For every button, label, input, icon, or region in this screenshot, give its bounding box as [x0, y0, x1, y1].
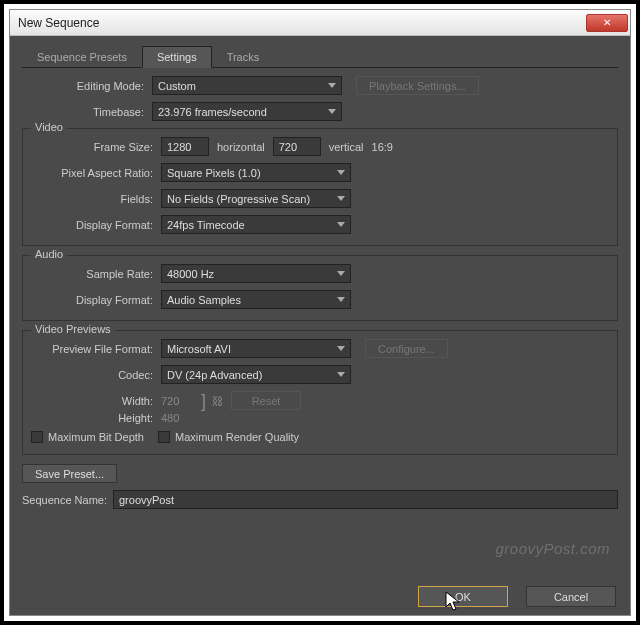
- chevron-down-icon: [337, 170, 345, 175]
- tab-settings[interactable]: Settings: [142, 46, 212, 68]
- sequence-name-label: Sequence Name:: [22, 494, 107, 506]
- save-preset-button[interactable]: Save Preset...: [22, 464, 117, 483]
- timebase-select[interactable]: 23.976 frames/second: [152, 102, 342, 121]
- tab-sequence-presets[interactable]: Sequence Presets: [22, 46, 142, 67]
- preview-width-label: Width:: [31, 395, 161, 407]
- frame-width-input[interactable]: 1280: [161, 137, 209, 156]
- vertical-label: vertical: [329, 141, 364, 153]
- timebase-value: 23.976 frames/second: [158, 106, 267, 118]
- watermark: groovyPost.com: [495, 540, 610, 557]
- tab-bar: Sequence Presets Settings Tracks: [22, 46, 618, 68]
- editing-mode-label: Editing Mode:: [22, 80, 152, 92]
- chevron-down-icon: [337, 271, 345, 276]
- video-display-format-select[interactable]: 24fps Timecode: [161, 215, 351, 234]
- aspect-label: 16:9: [372, 141, 393, 153]
- video-previews-group: Video Previews Preview File Format: Micr…: [22, 330, 618, 455]
- audio-group: Audio Sample Rate: 48000 Hz Display Form…: [22, 255, 618, 321]
- video-group-title: Video: [31, 121, 67, 133]
- max-bit-depth-checkbox[interactable]: [31, 431, 43, 443]
- max-render-quality-checkbox[interactable]: [158, 431, 170, 443]
- pixel-aspect-select[interactable]: Square Pixels (1.0): [161, 163, 351, 182]
- fields-label: Fields:: [31, 193, 161, 205]
- titlebar: New Sequence ✕: [10, 10, 630, 36]
- horizontal-label: horizontal: [217, 141, 265, 153]
- video-previews-title: Video Previews: [31, 323, 115, 335]
- codec-label: Codec:: [31, 369, 161, 381]
- reset-button[interactable]: Reset: [231, 391, 301, 410]
- pixel-aspect-label: Pixel Aspect Ratio:: [31, 167, 161, 179]
- fields-select[interactable]: No Fields (Progressive Scan): [161, 189, 351, 208]
- ok-button[interactable]: OK: [418, 586, 508, 607]
- sample-rate-label: Sample Rate:: [31, 268, 161, 280]
- sequence-name-input[interactable]: groovyPost: [113, 490, 618, 509]
- configure-button[interactable]: Configure...: [365, 339, 448, 358]
- frame-size-label: Frame Size:: [31, 141, 161, 153]
- bracket-icon: ]: [201, 395, 206, 407]
- codec-select[interactable]: DV (24p Advanced): [161, 365, 351, 384]
- cancel-button[interactable]: Cancel: [526, 586, 616, 607]
- preview-height-value: 480: [161, 412, 195, 424]
- preview-height-label: Height:: [31, 412, 161, 424]
- preview-format-select[interactable]: Microsoft AVI: [161, 339, 351, 358]
- audio-display-format-label: Display Format:: [31, 294, 161, 306]
- sample-rate-select[interactable]: 48000 Hz: [161, 264, 351, 283]
- timebase-label: Timebase:: [22, 106, 152, 118]
- preview-format-label: Preview File Format:: [31, 343, 161, 355]
- max-bit-depth-label: Maximum Bit Depth: [48, 431, 144, 443]
- window-title: New Sequence: [18, 16, 586, 30]
- video-group: Video Frame Size: 1280 horizontal 720 ve…: [22, 128, 618, 246]
- video-display-format-label: Display Format:: [31, 219, 161, 231]
- chevron-down-icon: [337, 297, 345, 302]
- editing-mode-value: Custom: [158, 80, 196, 92]
- chevron-down-icon: [328, 109, 336, 114]
- audio-display-format-select[interactable]: Audio Samples: [161, 290, 351, 309]
- chevron-down-icon: [337, 372, 345, 377]
- tab-tracks[interactable]: Tracks: [212, 46, 275, 67]
- max-render-quality-label: Maximum Render Quality: [175, 431, 299, 443]
- close-button[interactable]: ✕: [586, 14, 628, 32]
- chevron-down-icon: [337, 222, 345, 227]
- link-icon[interactable]: ⛓: [212, 395, 223, 407]
- editing-mode-select[interactable]: Custom: [152, 76, 342, 95]
- frame-height-input[interactable]: 720: [273, 137, 321, 156]
- close-icon: ✕: [603, 17, 611, 28]
- chevron-down-icon: [328, 83, 336, 88]
- chevron-down-icon: [337, 196, 345, 201]
- chevron-down-icon: [337, 346, 345, 351]
- audio-group-title: Audio: [31, 248, 67, 260]
- preview-width-value: 720: [161, 395, 195, 407]
- playback-settings-button[interactable]: Playback Settings...: [356, 76, 479, 95]
